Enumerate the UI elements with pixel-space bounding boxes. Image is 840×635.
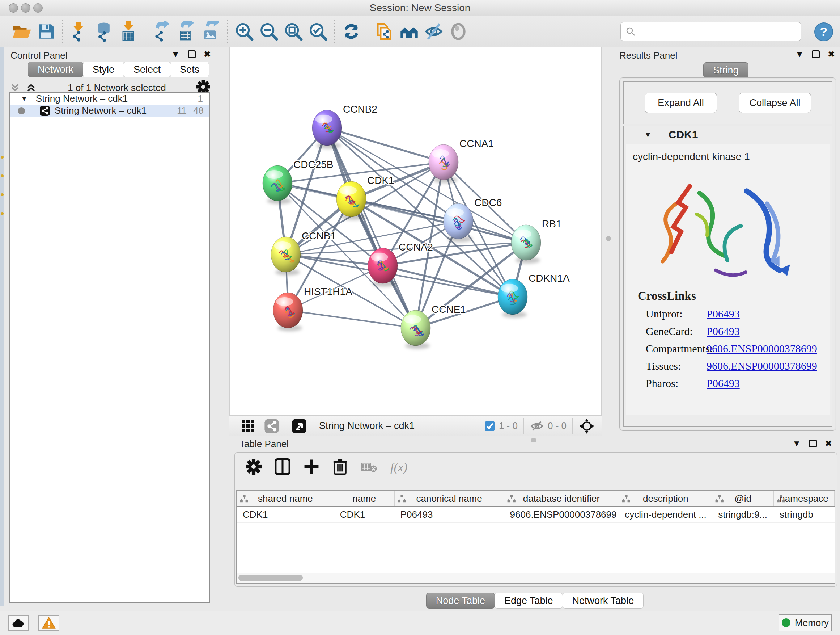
import-table-file-button[interactable] [118, 21, 139, 42]
node-table[interactable]: shared namenamecanonical namedatabase id… [236, 490, 835, 573]
fit-content-crosshair-icon[interactable] [578, 418, 595, 434]
control-panel: Control Panel ▼ ✖ NetworkStyleSelectSets… [4, 47, 215, 606]
import-network-file-icon [69, 21, 90, 42]
memory-status-dot-icon [782, 618, 790, 627]
edge-CCNB2-CCNE1[interactable] [327, 128, 416, 328]
hidden-count: 0 - 0 [548, 420, 567, 432]
node-CCNB2[interactable] [312, 110, 342, 149]
clone-network-button[interactable] [374, 21, 395, 42]
export-network-button[interactable] [151, 21, 172, 42]
node-HIST1H1A[interactable] [273, 293, 303, 331]
add-column-button[interactable] [303, 459, 319, 476]
show-graphics-details-icon [448, 21, 469, 42]
node-CCNA1[interactable] [429, 144, 458, 183]
column-header-name[interactable]: name [334, 491, 395, 506]
canvas-results-splitter[interactable] [602, 47, 615, 416]
show-columns-button[interactable] [275, 458, 291, 477]
node-label-HIST1H1A: HIST1H1A [304, 286, 352, 297]
collapse-all-networks-icon[interactable] [9, 82, 21, 93]
control-panel-float-icon[interactable] [188, 50, 196, 58]
zoom-fit-button[interactable] [283, 21, 304, 42]
crosslink-link[interactable]: 9606.ENSP00000378699 [706, 342, 817, 355]
collapse-all-button[interactable]: Collapse All [739, 93, 811, 113]
save-session-button[interactable] [35, 21, 57, 42]
network-overview-icon[interactable] [264, 418, 279, 434]
column-header-namespace[interactable]: namespace [774, 491, 835, 506]
control-panel-menu-icon[interactable]: ▼ [171, 50, 180, 59]
memory-label: Memory [795, 617, 829, 629]
tab-edge-table[interactable]: Edge Table [494, 593, 563, 608]
tab-sets[interactable]: Sets [170, 62, 209, 78]
node-CDC25B[interactable] [263, 165, 292, 204]
network-selection-status: 1 of 1 Network selected [37, 82, 196, 93]
tab-select[interactable]: Select [124, 62, 171, 78]
column-header-canonical-name[interactable]: canonical name [395, 491, 504, 506]
crosslink-link[interactable]: 9606.ENSP00000378699 [706, 360, 817, 372]
hide-graphics-details-button[interactable] [423, 21, 444, 42]
table-settings-button[interactable] [246, 459, 262, 476]
edge-HIST1H1A-CCNE1[interactable] [288, 310, 416, 328]
results-panel-menu-icon[interactable]: ▼ [795, 50, 804, 59]
delete-table-button[interactable] [361, 461, 377, 474]
results-panel-float-icon[interactable] [812, 50, 820, 58]
network-collection-row[interactable]: ▼ String Network – cdk1 1 [10, 93, 210, 105]
table-row[interactable]: CDK1CDK1P064939606.ENSP00000378699cyclin… [237, 507, 835, 523]
scrollbar-thumb[interactable] [238, 575, 303, 581]
section-collapse-icon[interactable]: ▼ [644, 130, 652, 139]
edge-CCNB2-CCNA1[interactable] [327, 128, 444, 162]
tab-network[interactable]: Network [28, 62, 83, 78]
network-canvas[interactable]: CCNB2CCNA1CDC25BCDK1CDC6RB1CCNB1CCNA2CDK… [229, 47, 602, 416]
expand-all-button[interactable]: Expand All [645, 93, 717, 113]
export-image-button[interactable] [201, 21, 221, 42]
search-box[interactable] [621, 22, 801, 41]
column-header-database-identifier[interactable]: database identifier [504, 491, 619, 506]
import-network-database-button[interactable] [93, 21, 114, 42]
tab-style[interactable]: Style [83, 62, 124, 78]
refresh-view-button[interactable] [341, 21, 362, 42]
table-panel-float-icon[interactable] [809, 440, 817, 448]
export-table-button[interactable] [176, 21, 197, 42]
zoom-out-button[interactable] [258, 21, 279, 42]
birdseye-grid-icon[interactable] [241, 419, 256, 433]
table-panel-close-icon[interactable]: ✖ [825, 439, 832, 448]
table-horizontal-scrollbar[interactable] [236, 573, 835, 584]
hidden-eye-slash-icon[interactable] [530, 420, 544, 432]
memory-button[interactable]: Memory [778, 614, 832, 631]
node-CCNE1[interactable] [401, 310, 431, 349]
collection-expander-icon[interactable]: ▼ [21, 95, 28, 103]
crosslink-link[interactable]: P06493 [706, 377, 740, 390]
tab-network-table[interactable]: Network Table [562, 593, 644, 608]
expand-all-networks-icon[interactable] [25, 82, 37, 93]
open-session-button[interactable] [11, 21, 32, 42]
help-button[interactable]: ? [813, 21, 834, 42]
crosslink-link[interactable]: P06493 [706, 308, 740, 320]
tab-string[interactable]: String [703, 62, 748, 78]
node-CDKN1A[interactable] [498, 279, 527, 318]
control-panel-close-icon[interactable]: ✖ [204, 50, 211, 59]
control-panel-title: Control Panel [11, 50, 68, 61]
clone-network-icon [374, 21, 395, 42]
cloud-status-button[interactable] [8, 615, 29, 631]
crosslink-link[interactable]: P06493 [706, 325, 740, 337]
delete-column-button[interactable] [332, 458, 347, 477]
zoom-selected-button[interactable] [308, 21, 328, 42]
column-header-shared-name[interactable]: shared name [237, 491, 334, 506]
tab-node-table[interactable]: Node Table [426, 593, 495, 608]
column-header-description[interactable]: description [619, 491, 712, 506]
selected-nodes-checkbox-icon[interactable] [485, 421, 495, 432]
column-header--id[interactable]: @id [712, 491, 774, 506]
network-row[interactable]: String Network – cdk1 11 48 [10, 105, 210, 117]
node-RB1[interactable] [511, 225, 541, 264]
import-network-file-button[interactable] [69, 21, 90, 42]
zoom-in-button[interactable] [234, 21, 255, 42]
function-builder-button[interactable]: f(x) [390, 461, 407, 474]
show-graphics-details-button[interactable] [448, 21, 469, 42]
node-CCNB1[interactable] [271, 237, 301, 276]
export-table-icon [176, 21, 197, 42]
results-panel-close-icon[interactable]: ✖ [828, 50, 835, 59]
warnings-button[interactable] [38, 615, 59, 631]
table-panel-menu-icon[interactable]: ▼ [792, 439, 801, 448]
first-neighbors-button[interactable] [399, 21, 420, 42]
detach-view-icon[interactable] [291, 418, 307, 434]
search-input[interactable] [636, 26, 791, 37]
